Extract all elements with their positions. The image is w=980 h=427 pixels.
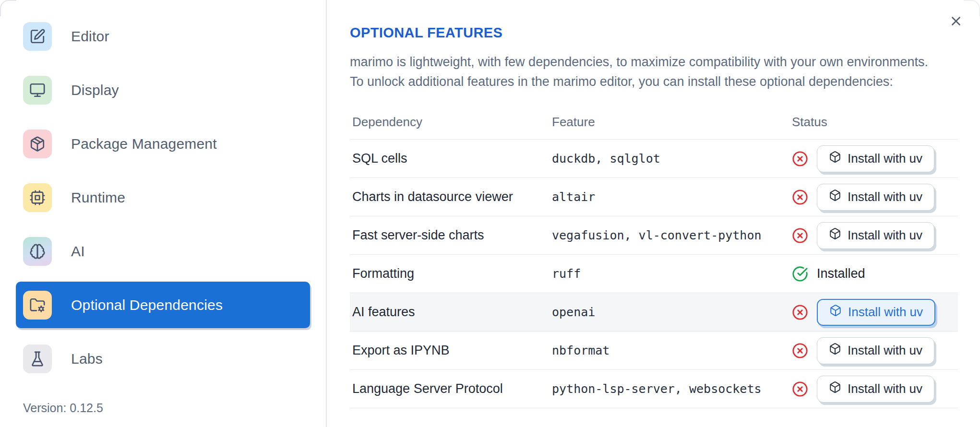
install-button-label: Install with uv — [848, 381, 922, 396]
sidebar-item-package-management[interactable]: Package Management — [16, 120, 310, 167]
window-corner-top-left — [0, 0, 16, 16]
status-cell: Install with uv — [789, 376, 958, 403]
circle-x-icon — [792, 227, 808, 244]
dependency-name: Language Server Protocol — [350, 381, 550, 396]
dependency-name: Charts in datasource viewer — [350, 190, 550, 204]
box-icon — [829, 304, 842, 320]
folder-cog-icon — [23, 291, 52, 320]
table-row: Language Server Protocol python-lsp-serv… — [350, 370, 958, 408]
status-cell: Install with uv — [789, 184, 958, 211]
install-button-label: Install with uv — [848, 305, 923, 320]
status-cell: Install with uv — [789, 299, 958, 326]
sidebar-item-labs[interactable]: Labs — [16, 335, 310, 382]
table-row: Export as IPYNB nbformat Install with uv — [350, 332, 958, 370]
sidebar-item-label: AI — [71, 243, 85, 260]
dependencies-table: Dependency Feature Status SQL cells duck… — [350, 105, 958, 408]
table-row: SQL cells duckdb, sqlglot Install with u… — [350, 140, 958, 178]
table-row: Charts in datasource viewer altair Insta… — [350, 178, 958, 216]
column-header-status: Status — [789, 115, 958, 130]
dependency-name: Formatting — [350, 266, 550, 281]
monitor-icon — [23, 76, 52, 105]
flask-icon — [23, 344, 52, 373]
feature-packages: openai — [550, 305, 789, 319]
install-button-label: Install with uv — [848, 228, 922, 243]
dependency-name: SQL cells — [350, 151, 550, 166]
install-with-uv-button[interactable]: Install with uv — [817, 145, 934, 172]
sidebar-item-label: Package Management — [71, 136, 217, 152]
dependency-name: Export as IPYNB — [350, 343, 550, 358]
version-label: Version: 0.12.5 — [23, 401, 103, 415]
install-with-uv-button[interactable]: Install with uv — [817, 222, 934, 249]
status-cell: Install with uv — [789, 145, 958, 172]
sidebar-item-label: Editor — [71, 28, 109, 45]
optional-features-panel: OPTIONAL FEATURES marimo is lightweight,… — [328, 0, 980, 427]
box-icon — [829, 343, 841, 358]
box-icon — [829, 189, 841, 205]
table-row: Formatting ruff Installed — [350, 255, 958, 293]
install-with-uv-button[interactable]: Install with uv — [817, 184, 934, 211]
box-icon — [829, 227, 841, 243]
description-line-1: marimo is lightweight, with few dependen… — [350, 52, 958, 72]
settings-nav: Editor Display Package — [0, 0, 326, 382]
status-cell: Install with uv — [789, 337, 958, 364]
close-button[interactable] — [947, 13, 965, 31]
settings-sidebar: Editor Display Package — [0, 0, 327, 427]
table-header-row: Dependency Feature Status — [350, 105, 958, 140]
dependency-name: AI features — [350, 305, 550, 320]
circle-x-icon — [792, 304, 808, 320]
circle-x-icon — [792, 381, 808, 397]
circle-x-icon — [792, 189, 808, 205]
install-with-uv-button[interactable]: Install with uv — [817, 376, 934, 403]
sidebar-item-runtime[interactable]: Runtime — [16, 174, 310, 221]
table-row: Fast server-side charts vegafusion, vl-c… — [350, 216, 958, 255]
close-icon — [949, 14, 963, 30]
description: marimo is lightweight, with few dependen… — [350, 52, 958, 92]
sidebar-item-display[interactable]: Display — [16, 67, 310, 113]
circle-x-icon — [792, 151, 808, 167]
window-corner-top-right — [964, 0, 980, 16]
package-icon — [23, 130, 52, 158]
box-icon — [829, 151, 841, 166]
sidebar-item-ai[interactable]: AI — [16, 228, 310, 274]
install-with-uv-button[interactable]: Install with uv — [817, 337, 934, 364]
circle-check-icon — [792, 266, 808, 282]
feature-packages: ruff — [550, 267, 789, 281]
sidebar-item-optional-dependencies[interactable]: Optional Dependencies — [16, 282, 310, 328]
install-button-label: Install with uv — [848, 190, 922, 204]
cpu-icon — [23, 183, 52, 212]
dependency-name: Fast server-side charts — [350, 228, 550, 243]
install-with-uv-button[interactable]: Install with uv — [817, 299, 935, 326]
sidebar-item-editor[interactable]: Editor — [16, 13, 310, 59]
column-header-feature: Feature — [550, 115, 789, 130]
sidebar-item-label: Labs — [71, 351, 103, 367]
install-button-label: Install with uv — [848, 343, 922, 358]
square-pen-icon — [23, 22, 52, 51]
sidebar-item-label: Runtime — [71, 190, 125, 206]
description-line-2: To unlock additional features in the mar… — [350, 72, 958, 92]
feature-packages: vegafusion, vl-convert-python — [550, 228, 789, 242]
feature-packages: altair — [550, 190, 789, 204]
table-row: AI features openai Install with uv — [350, 293, 958, 332]
settings-dialog: Editor Display Package — [0, 0, 980, 427]
feature-packages: python-lsp-server, websockets — [550, 382, 789, 396]
page-title: OPTIONAL FEATURES — [350, 25, 958, 41]
sidebar-item-label: Optional Dependencies — [71, 297, 223, 313]
status-cell: Install with uv — [789, 222, 958, 249]
install-button-label: Install with uv — [848, 151, 922, 166]
brain-icon — [23, 237, 52, 266]
feature-packages: nbformat — [550, 344, 789, 357]
status-cell: Installed — [789, 266, 958, 282]
feature-packages: duckdb, sqlglot — [550, 152, 789, 166]
sidebar-item-label: Display — [71, 82, 119, 98]
box-icon — [829, 381, 841, 397]
installed-status-label: Installed — [817, 266, 865, 281]
circle-x-icon — [792, 343, 808, 359]
column-header-dependency: Dependency — [350, 115, 550, 130]
